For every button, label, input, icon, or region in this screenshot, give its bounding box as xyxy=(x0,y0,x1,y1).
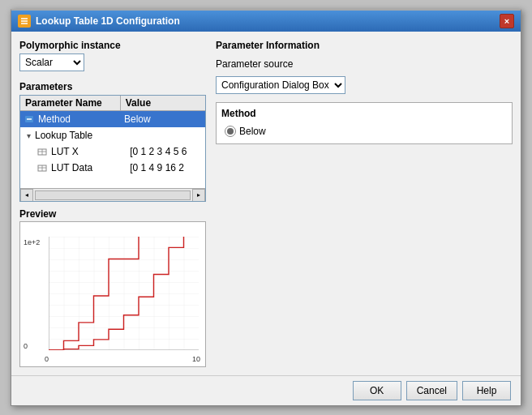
close-button[interactable]: × xyxy=(500,14,514,28)
x-axis-left-label: 0 xyxy=(45,355,49,363)
left-panel: Polymorphic instance Scalar Vector Param… xyxy=(19,40,206,367)
params-table: Parameter Name Value xyxy=(19,95,206,202)
dialog-icon xyxy=(18,15,31,28)
param-info-label: Parameter Information xyxy=(216,40,513,51)
method-item-text: Below xyxy=(239,126,266,137)
param-source-label: Parameter source xyxy=(216,58,513,70)
method-radio-inner xyxy=(227,128,234,135)
preview-section: Preview 1e+2 0 0 10 xyxy=(19,208,206,367)
params-label: Parameters xyxy=(19,81,206,92)
table-row[interactable]: Method Below xyxy=(20,111,205,127)
scrollbar-area: ◂ ▸ xyxy=(20,188,205,201)
param-name-method: Method xyxy=(20,113,121,125)
method-icon xyxy=(24,115,35,123)
method-box-title: Method xyxy=(221,108,507,119)
horizontal-scrollbar[interactable] xyxy=(35,190,191,200)
lookup-table-dialog: Lookup Table 1D Configuration × Polymorp… xyxy=(11,9,521,406)
title-bar-left: Lookup Table 1D Configuration xyxy=(18,15,180,28)
preview-label: Preview xyxy=(19,208,206,220)
param-info-section: Parameter Information Parameter source C… xyxy=(216,40,513,144)
expand-icon: ▾ xyxy=(24,130,33,140)
dialog-title: Lookup Table 1D Configuration xyxy=(36,15,180,27)
chart-svg xyxy=(49,237,199,350)
dialog-body: Polymorphic instance Scalar Vector Param… xyxy=(11,32,521,375)
method-radio-icon xyxy=(225,126,236,137)
y-axis-bottom-label: 0 xyxy=(24,342,28,350)
cancel-button[interactable]: Cancel xyxy=(406,381,457,400)
param-name-lutx: LUT X xyxy=(20,146,127,157)
table-row[interactable]: LUT X [0 1 2 3 4 5 6 xyxy=(20,143,205,160)
dialog-footer: OK Cancel Help xyxy=(11,375,521,405)
ok-button[interactable]: OK xyxy=(353,381,401,400)
lutdata-icon xyxy=(36,164,48,172)
param-source-select[interactable]: Configuration Dialog Box Mask xyxy=(216,76,345,94)
method-box: Method Below xyxy=(216,102,513,144)
param-source-row: Configuration Dialog Box Mask xyxy=(216,76,513,94)
x-axis-right-label: 10 xyxy=(192,355,200,363)
chart-container: 1e+2 0 0 10 xyxy=(19,221,206,367)
polymorphic-select[interactable]: Scalar Vector xyxy=(19,53,84,71)
table-row[interactable]: LUT Data [0 1 4 9 16 2 xyxy=(20,160,205,176)
polymorphic-section: Polymorphic instance Scalar Vector xyxy=(19,40,206,75)
params-section: Parameters Parameter Name Value xyxy=(19,81,206,202)
help-button[interactable]: Help xyxy=(462,381,511,400)
table-row[interactable]: ▾ Lookup Table xyxy=(20,127,205,143)
param-value-method: Below xyxy=(121,113,205,125)
polymorphic-label: Polymorphic instance xyxy=(19,40,206,51)
polymorphic-row: Scalar Vector xyxy=(19,53,206,71)
params-body[interactable]: Method Below ▾ Lookup Table xyxy=(20,111,205,188)
param-value-lutdata: [0 1 4 9 16 2 xyxy=(127,162,205,173)
y-axis-top-label: 1e+2 xyxy=(24,238,40,246)
params-header: Parameter Name Value xyxy=(20,96,205,111)
scroll-right-button[interactable]: ▸ xyxy=(192,189,205,202)
scroll-left-button[interactable]: ◂ xyxy=(20,189,33,202)
method-item[interactable]: Below xyxy=(221,124,507,139)
header-value: Value xyxy=(121,96,205,110)
title-bar: Lookup Table 1D Configuration × xyxy=(11,11,521,32)
lutx-icon xyxy=(36,148,48,156)
right-panel: Parameter Information Parameter source C… xyxy=(216,40,513,367)
param-name-lookup: ▾ Lookup Table xyxy=(20,130,121,141)
svg-rect-13 xyxy=(49,237,199,350)
header-name: Parameter Name xyxy=(20,96,121,110)
param-value-lutx: [0 1 2 3 4 5 6 xyxy=(127,146,205,157)
param-name-lutdata: LUT Data xyxy=(20,162,127,173)
